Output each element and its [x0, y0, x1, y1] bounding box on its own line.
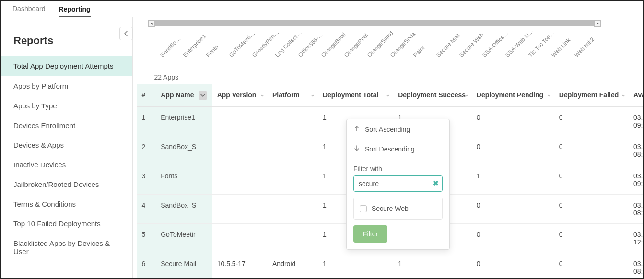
scrollbar-track[interactable]	[154, 20, 594, 26]
chart-scrollbar[interactable]: ◂ ▸	[148, 20, 637, 27]
chart-axis-label: Secure Web	[458, 31, 485, 58]
cell-platform	[268, 224, 318, 253]
arrow-up-icon	[353, 125, 360, 133]
cell-app-version	[212, 165, 268, 195]
filter-option-secure-web[interactable]: Secure Web	[353, 198, 443, 220]
cell-available: 03.10.201 08:38:40	[629, 195, 643, 224]
col-available[interactable]: Available	[629, 84, 643, 107]
chart-axis-label: Enterprise1	[182, 33, 207, 58]
sidebar-item[interactable]: Total App Deployment Attempts	[1, 56, 132, 76]
chevron-left-icon	[124, 31, 129, 36]
cell-deployment-failed: 0	[554, 107, 629, 136]
chart-axis-label: Secure Mail	[435, 32, 461, 58]
filter-apply-button[interactable]: Filter	[353, 225, 387, 243]
results-count: 22 Apps	[148, 70, 637, 84]
col-deployment-success[interactable]: Deployment Success⌄	[393, 84, 472, 107]
col-deployment-pending[interactable]: Deployment Pending⌄	[472, 84, 554, 107]
chevron-down-icon: ⌄	[547, 91, 551, 98]
cell-platform	[268, 165, 318, 195]
cell-app-version: 10.5.5-17	[212, 253, 268, 279]
top-tabs: Dashboard Reporting	[1, 1, 643, 17]
cell-app-name: Fonts	[156, 165, 212, 195]
cell-available: 03.10.201 09:45:07	[629, 165, 643, 195]
cell-platform: Android	[268, 253, 318, 279]
chart-axis-label: Fonts	[205, 44, 220, 58]
chevron-down-icon: ⌄	[621, 91, 626, 98]
checkbox-icon[interactable]	[360, 205, 367, 212]
sort-desc-label: Sort Descending	[365, 145, 415, 153]
cell-deployment-total: 1	[318, 253, 393, 279]
chevron-down-icon: ⌄	[386, 91, 390, 98]
arrow-down-icon	[353, 145, 360, 153]
cell-app-name: GoToMeetir	[156, 224, 212, 253]
col-deployment-failed[interactable]: Deployment Failed⌄	[554, 84, 629, 107]
chart-axis-label: Web Link	[550, 37, 572, 58]
cell-available: 03.10.201 12:34:35	[629, 224, 643, 253]
table-row[interactable]: 6Secure Mail10.5.5-17Android110003.10.20…	[137, 253, 643, 279]
cell-deployment-pending: 0	[472, 136, 554, 165]
cell-platform	[268, 107, 318, 136]
chevron-down-icon: ⌄	[464, 91, 469, 98]
cell-app-name: SandBox_S	[156, 195, 212, 224]
cell-number: 6	[137, 253, 156, 279]
cell-available: 03.10.201 09:10:10	[629, 107, 643, 136]
cell-app-version	[212, 224, 268, 253]
chevron-down-icon: ⌄	[310, 91, 315, 98]
sidebar-item[interactable]: Devices & Apps	[1, 135, 132, 155]
sidebar-item[interactable]: Inactive Devices	[1, 155, 132, 174]
sidebar-item[interactable]: Devices Enrollment	[1, 116, 132, 135]
col-deployment-total[interactable]: Deployment Total⌄	[318, 84, 393, 107]
sidebar-item[interactable]: Blacklisted Apps by Devices & User	[1, 233, 132, 261]
cell-available: 03.10.201 08:38:40	[629, 136, 643, 165]
sidebar-item[interactable]: Terms & Conditions	[1, 194, 132, 214]
sort-asc-label: Sort Ascending	[365, 126, 410, 133]
cell-app-name: SandBox_S	[156, 136, 212, 165]
sidebar-collapse-button[interactable]	[119, 27, 133, 40]
filter-option-label: Secure Web	[372, 205, 409, 212]
chart-axis-label: SandBo…	[159, 35, 182, 58]
cell-app-version	[212, 136, 268, 165]
cell-number: 4	[137, 195, 156, 224]
cell-number: 2	[137, 136, 156, 165]
sidebar-item[interactable]: Apps by Type	[1, 96, 132, 116]
sidebar-item[interactable]: Apps by Platform	[1, 76, 132, 96]
sidebar: Reports Total App Deployment AttemptsApp…	[1, 17, 133, 278]
cell-app-name: Enterprise1	[156, 107, 212, 136]
cell-deployment-pending: 0	[472, 253, 554, 279]
cell-deployment-failed: 0	[554, 224, 629, 253]
scroll-right-button[interactable]: ▸	[594, 20, 601, 27]
sort-descending-option[interactable]: Sort Descending	[347, 139, 449, 159]
cell-app-name: Secure Mail	[156, 253, 212, 279]
cell-deployment-pending: 0	[472, 195, 554, 224]
cell-deployment-pending: 0	[472, 224, 554, 253]
chevron-down-icon[interactable]	[199, 91, 207, 100]
column-filter-popover: Sort Ascending Sort Descending Filter wi…	[346, 119, 450, 250]
col-app-name[interactable]: App Name	[156, 84, 212, 107]
sidebar-title: Reports	[13, 35, 132, 47]
col-platform[interactable]: Platform⌄	[268, 84, 318, 107]
cell-available: 03.10.201 08:32:28	[629, 253, 643, 279]
tab-reporting[interactable]: Reporting	[59, 1, 91, 17]
cell-deployment-success: 1	[393, 253, 472, 279]
cell-deployment-failed: 0	[554, 165, 629, 195]
cell-platform	[268, 195, 318, 224]
sidebar-item[interactable]: Top 10 Failed Deployments	[1, 214, 132, 233]
cell-number: 3	[137, 165, 156, 195]
chevron-down-icon: ⌄	[260, 91, 265, 98]
col-app-version[interactable]: App Version⌄	[212, 84, 268, 107]
filter-with-label: Filter with	[347, 159, 449, 175]
col-number[interactable]: #	[137, 84, 156, 107]
clear-filter-icon[interactable]: ✖	[433, 179, 439, 187]
chart-axis-labels: SandBo…Enterprise1FontsGoToMeeti…GreedyP…	[154, 29, 637, 70]
cell-deployment-failed: 0	[554, 136, 629, 165]
cell-app-version	[212, 107, 268, 136]
filter-input[interactable]	[353, 175, 443, 192]
chart-axis-label: Paint	[412, 45, 426, 58]
cell-deployment-pending: 1	[472, 165, 554, 195]
cell-deployment-pending: 0	[472, 107, 554, 136]
sort-ascending-option[interactable]: Sort Ascending	[347, 119, 449, 139]
sidebar-item[interactable]: Jailbroken/Rooted Devices	[1, 174, 132, 194]
tab-dashboard[interactable]: Dashboard	[12, 0, 46, 17]
cell-number: 5	[137, 224, 156, 253]
cell-app-version	[212, 195, 268, 224]
